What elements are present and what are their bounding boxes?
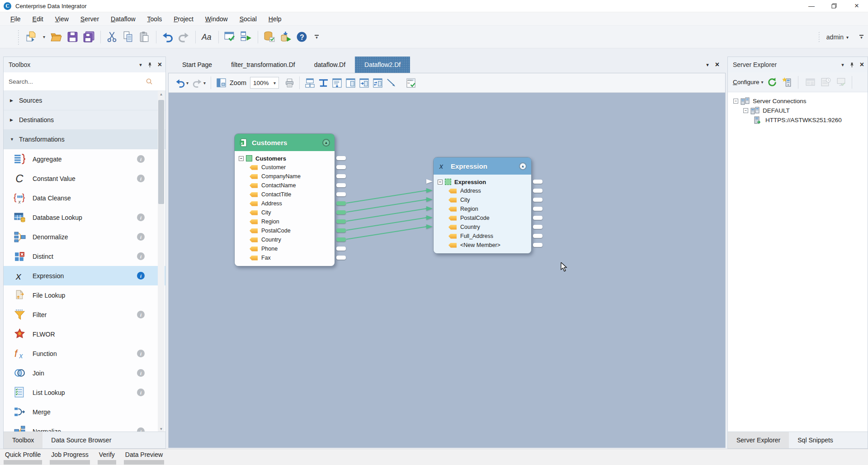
customers-output-port[interactable]	[336, 210, 346, 214]
status-item-tab[interactable]	[50, 460, 90, 465]
info-icon[interactable]: i	[137, 311, 145, 318]
search-input[interactable]	[4, 78, 165, 85]
expression-input-port[interactable]	[426, 197, 433, 202]
info-icon[interactable]: i	[137, 175, 145, 182]
node-field-address[interactable]: Address	[235, 199, 335, 208]
run-database-job-button[interactable]	[278, 28, 293, 46]
dataflow-canvas[interactable]: xCustomers▲−CustomersCustomerCompanyName…	[169, 93, 725, 448]
node-field-companyname[interactable]: CompanyName	[235, 172, 335, 181]
configure-button[interactable]: Configure	[733, 79, 760, 85]
tab-start-page[interactable]: Start Page	[173, 57, 222, 73]
status-item-job-progress[interactable]: Job Progress	[50, 451, 90, 465]
panel-menu-icon[interactable]: ▾	[841, 62, 844, 67]
cascade-layout-button[interactable]	[303, 75, 316, 90]
menu-dataflow[interactable]: Dataflow	[106, 14, 140, 24]
bottom-tab-data-source-browser[interactable]: Data Source Browser	[42, 432, 120, 448]
tab-dataflow-df[interactable]: dataflow.Df	[305, 57, 355, 73]
cut-button[interactable]	[104, 28, 119, 46]
info-icon[interactable]: i	[137, 350, 145, 357]
expression-input-port[interactable]	[426, 224, 433, 229]
open-button[interactable]	[48, 28, 64, 46]
undo-button[interactable]	[160, 28, 175, 46]
tab-dataflow2-df[interactable]: Dataflow2.Df	[355, 57, 410, 73]
save-all-button[interactable]	[81, 28, 96, 46]
node-field-postalcode[interactable]: PostalCode	[235, 226, 335, 235]
expression-output-port[interactable]	[533, 225, 542, 229]
tree-node-https-astwks251-9260[interactable]: HTTPS://ASTWKS251:9260	[728, 115, 868, 125]
refresh-button[interactable]	[765, 75, 779, 90]
panel-menu-icon[interactable]: ▾	[139, 62, 142, 67]
toolbar-grip[interactable]	[17, 29, 19, 45]
info-icon[interactable]: i	[137, 214, 145, 221]
expression-output-port[interactable]	[533, 234, 542, 238]
minimize-button[interactable]: —	[800, 0, 823, 12]
node-field-fax[interactable]: Fax	[235, 253, 335, 262]
collapse-expander-icon[interactable]: −	[239, 156, 244, 161]
menu-view[interactable]: View	[51, 14, 73, 24]
status-item-verify[interactable]: Verify	[98, 451, 116, 465]
panel-arrows-layout-button[interactable]	[371, 75, 384, 90]
toolbox-item-database-lookup[interactable]: Database Lookupi	[4, 208, 165, 227]
toolbox-item-file-lookup[interactable]: File Lookup	[4, 285, 165, 305]
collapse-expander-icon[interactable]: −	[743, 108, 748, 113]
section-destinations[interactable]: ▶Destinations	[4, 110, 165, 130]
toolbox-item-join[interactable]: Joini	[4, 363, 165, 383]
toolbox-item-merge[interactable]: Merge	[4, 402, 165, 422]
collapse-node-button[interactable]: ▲	[322, 139, 330, 147]
expression-output-port[interactable]	[533, 180, 542, 184]
toolbar-grip[interactable]	[818, 31, 820, 43]
node-field-phone[interactable]: Phone	[235, 244, 335, 253]
connection-address[interactable]	[346, 190, 427, 203]
customers-output-port[interactable]	[336, 156, 346, 160]
node-customers[interactable]: xCustomers▲−CustomersCustomerCompanyName…	[234, 133, 335, 266]
sort-items-button[interactable]	[330, 75, 344, 90]
node-header[interactable]: xExpression▲	[434, 157, 531, 175]
node-root-row[interactable]: −Expression	[434, 177, 531, 186]
help-button[interactable]: ?	[294, 28, 309, 46]
toolbox-item-constant-value[interactable]: CConstant Valuei	[4, 169, 165, 188]
close-button[interactable]: ×	[845, 0, 868, 12]
customers-output-port[interactable]	[336, 174, 346, 178]
toolbox-item-data-cleanse[interactable]: {}xData Cleanse	[4, 188, 165, 208]
toolbox-scrollbar[interactable]: ▲ ▼	[158, 91, 165, 432]
bottom-tab-sql-snippets[interactable]: Sql Snippets	[789, 432, 842, 448]
save-button[interactable]	[65, 28, 80, 46]
info-icon[interactable]: i	[137, 369, 145, 377]
tab-list-dropdown-icon[interactable]: ▾	[706, 62, 709, 68]
pin-icon[interactable]	[849, 62, 854, 68]
new-dropdown-button[interactable]: ▾	[40, 28, 47, 46]
toolbox-item-function[interactable]: fxFunctioni	[4, 344, 165, 363]
redo-button[interactable]: ▾	[190, 75, 208, 90]
panel-layout-button[interactable]	[344, 75, 357, 90]
expression-input-port[interactable]	[426, 179, 433, 184]
verify-connection-button[interactable]	[835, 75, 848, 90]
paste-button[interactable]	[137, 28, 152, 46]
font-button[interactable]: Aa	[199, 28, 214, 46]
close-document-icon[interactable]: ×	[715, 61, 719, 69]
chevron-down-icon[interactable]: ▾	[761, 80, 764, 85]
customers-output-port[interactable]	[336, 256, 346, 260]
overview-button[interactable]	[214, 75, 228, 90]
section-sources[interactable]: ▶Sources	[4, 91, 165, 110]
node-root-row[interactable]: −Customers	[235, 154, 335, 163]
validate-database-button[interactable]	[261, 28, 277, 46]
collapse-expander-icon[interactable]: −	[733, 99, 738, 104]
node-field-region[interactable]: Region	[235, 217, 335, 226]
scroll-up-icon[interactable]: ▲	[158, 91, 165, 98]
status-item-tab[interactable]	[98, 460, 116, 465]
menu-help[interactable]: Help	[264, 14, 286, 24]
expression-output-port[interactable]	[533, 207, 542, 211]
tee-layout-button[interactable]	[316, 75, 330, 90]
connection-region[interactable]	[346, 209, 427, 221]
toolbar-overflow-button[interactable]: ▾	[315, 35, 319, 39]
expression-input-port[interactable]	[426, 215, 433, 220]
bottom-tab-server-explorer[interactable]: Server Explorer	[728, 432, 789, 448]
pin-icon[interactable]	[147, 62, 152, 68]
toolbox-item-expression[interactable]: xExpressioni	[4, 266, 165, 285]
node-field-region[interactable]: Region	[434, 204, 531, 214]
node-field-city[interactable]: City	[235, 208, 335, 217]
node-field-country[interactable]: Country	[434, 223, 531, 232]
restore-button[interactable]	[823, 0, 845, 12]
bottom-tab-toolbox[interactable]: Toolbox	[4, 432, 42, 448]
status-item-tab[interactable]	[124, 460, 164, 465]
